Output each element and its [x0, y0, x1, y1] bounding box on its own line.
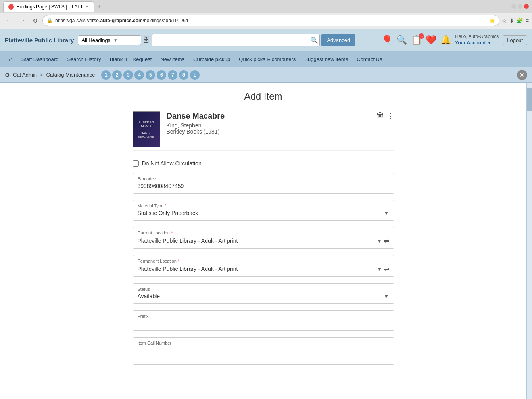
step-3[interactable]: 3 [123, 70, 133, 80]
barcode-required-indicator: * [155, 176, 157, 181]
advanced-search-button[interactable]: Advanced [321, 34, 355, 46]
more-options-button[interactable]: ⋮ [387, 111, 394, 120]
staff-dashboard-link[interactable]: Staff Dashboard [17, 54, 63, 65]
back-button[interactable]: ← [3, 16, 14, 25]
list-icon-button[interactable]: 📋 5 [411, 35, 422, 45]
status-field-group: Status * Available ▼ [133, 283, 394, 304]
home-nav-link[interactable]: ⌂ [5, 53, 17, 65]
search-input-wrap: 🔍 [152, 34, 320, 46]
tab-close-button[interactable]: ✕ [85, 4, 89, 9]
book-title: Danse Macabre [167, 111, 371, 121]
step-8[interactable]: 8 [179, 70, 188, 80]
scrollbar-track[interactable] [526, 83, 532, 399]
circulation-checkbox-label: Do Not Allow Circulation [142, 160, 202, 167]
download-button[interactable]: ⬇ [509, 17, 514, 24]
forward-button[interactable]: → [17, 16, 28, 25]
chevron-down-icon: ▼ [113, 38, 117, 42]
browser-nav: ← → ↻ 🔒 https://qa-swls-verso.auto-graph… [0, 13, 532, 29]
suggest-new-items-link[interactable]: Suggest new items [300, 54, 352, 65]
material-type-label: Material Type * [138, 203, 389, 208]
prefix-field-group: Prefix [133, 310, 394, 331]
balloon-icon-button[interactable]: 🎈 [382, 35, 392, 45]
breadcrumb-bar: ⚙ Cat Admin > Catalog Maintenance 1 2 3 … [0, 67, 532, 83]
material-type-required-indicator: * [165, 203, 166, 208]
new-items-link[interactable]: New items [156, 54, 188, 65]
book-actions: 🏛 ⋮ [377, 111, 394, 120]
library-action-button[interactable]: 🏛 [377, 112, 384, 120]
barcode-input[interactable] [138, 183, 389, 189]
current-location-select-wrap: Platteville Public Library - Adult - Art… [138, 237, 389, 244]
current-location-map-button[interactable]: ⇌ [384, 237, 389, 244]
database-icon[interactable]: 🗄 [143, 36, 150, 44]
refresh-button[interactable]: ↻ [30, 16, 40, 25]
do-not-allow-circulation-checkbox[interactable] [133, 160, 139, 167]
permanent-location-dropdown-arrow[interactable]: ▼ [377, 266, 382, 272]
catalog-search-button[interactable]: 🔍 [396, 35, 407, 45]
search-type-dropdown[interactable]: All Headings ▼ [78, 35, 141, 45]
permanent-location-select-wrap: Platteville Public Library - Adult - Art… [138, 265, 389, 272]
book-info: STEPHENKING'SDANSEMACABRE Danse Macabre … [133, 108, 394, 151]
logout-button[interactable]: Logout [503, 35, 527, 45]
step-6[interactable]: 6 [157, 70, 166, 80]
bookmark-button[interactable]: ☆ [502, 17, 507, 24]
step-1[interactable]: 1 [101, 70, 111, 80]
favorites-button[interactable]: ❤️ [426, 35, 436, 45]
book-author: King, Stephen [167, 122, 371, 129]
barcode-field-group: Barcode * [133, 173, 394, 194]
user-info: Hello, Auto-Graphics Your Account ▼ [455, 34, 499, 46]
page-title: Add Item [133, 91, 394, 102]
step-5[interactable]: 5 [146, 70, 155, 80]
extensions-button[interactable]: 🧩 [517, 17, 523, 24]
step-L[interactable]: L [190, 70, 200, 80]
book-cover: STEPHENKING'SDANSEMACABRE [133, 111, 160, 147]
search-button[interactable]: 🔍 [310, 36, 318, 44]
step-4[interactable]: 4 [134, 70, 144, 80]
scrollbar-thumb[interactable] [527, 88, 532, 111]
status-required-indicator: * [151, 287, 153, 292]
close-icon[interactable] [524, 4, 529, 9]
current-location-dropdown-arrow[interactable]: ▼ [377, 238, 382, 244]
current-location-value: Platteville Public Library - Adult - Art… [138, 238, 377, 244]
curbside-pickup-link[interactable]: Curbside pickup [189, 54, 234, 65]
material-type-value: Statistic Only Paperback [138, 210, 384, 216]
browser-titlebar: Holdings Page | SWLS | PLATT ✕ + [0, 0, 532, 13]
header-right: 🎈 🔍 📋 5 ❤️ 🔔 Hello, Auto-Graphics Your A… [382, 34, 527, 46]
barcode-label: Barcode * [138, 176, 389, 181]
new-tab-button[interactable]: + [96, 3, 102, 10]
status-dropdown-arrow[interactable]: ▼ [384, 293, 389, 299]
search-bar: All Headings ▼ 🗄 🔍 Advanced [78, 34, 355, 46]
tab-favicon [8, 4, 14, 10]
user-account-dropdown[interactable]: Your Account ▼ [455, 40, 499, 46]
material-type-dropdown-arrow[interactable]: ▼ [384, 210, 389, 216]
current-location-label: Current Location * [138, 230, 389, 235]
search-history-link[interactable]: Search History [63, 54, 105, 65]
account-chevron-icon: ▼ [487, 40, 492, 46]
quick-picks-link[interactable]: Quick picks & computers [235, 54, 300, 65]
prefix-input[interactable] [138, 320, 389, 326]
notifications-button[interactable]: 🔔 [440, 35, 451, 45]
search-input[interactable] [152, 34, 320, 46]
step-7[interactable]: 7 [168, 70, 177, 80]
breadcrumb-separator: > [40, 72, 43, 78]
breadcrumb-icon: ⚙ [5, 72, 10, 78]
permanent-location-map-button[interactable]: ⇌ [384, 265, 389, 272]
close-button[interactable]: ✕ [517, 70, 527, 80]
address-bar[interactable]: 🔒 https://qa-swls-verso.auto-graphics.co… [42, 15, 499, 26]
book-cover-image: STEPHENKING'SDANSEMACABRE [138, 120, 154, 139]
minimize-icon[interactable] [511, 4, 516, 9]
blank-ill-request-link[interactable]: Blank ILL Request [106, 54, 156, 65]
notification-badge: 5 [419, 33, 424, 39]
permanent-location-required-indicator: * [178, 259, 179, 263]
content-area: Add Item STEPHENKING'SDANSEMACABRE Danse… [0, 83, 526, 399]
material-type-select-wrap: Statistic Only Paperback ▼ [138, 210, 389, 216]
status-label: Status * [138, 287, 389, 292]
item-call-number-label: Item Call Number [138, 341, 389, 345]
active-tab[interactable]: Holdings Page | SWLS | PLATT ✕ [3, 1, 94, 12]
search-type-label: All Headings [81, 37, 110, 43]
menu-button[interactable]: ≡ [526, 17, 529, 24]
step-2[interactable]: 2 [112, 70, 122, 80]
maximize-icon[interactable] [518, 4, 522, 9]
prefix-label: Prefix [138, 314, 389, 318]
contact-us-link[interactable]: Contact Us [353, 54, 386, 65]
item-call-number-input[interactable] [138, 347, 389, 353]
